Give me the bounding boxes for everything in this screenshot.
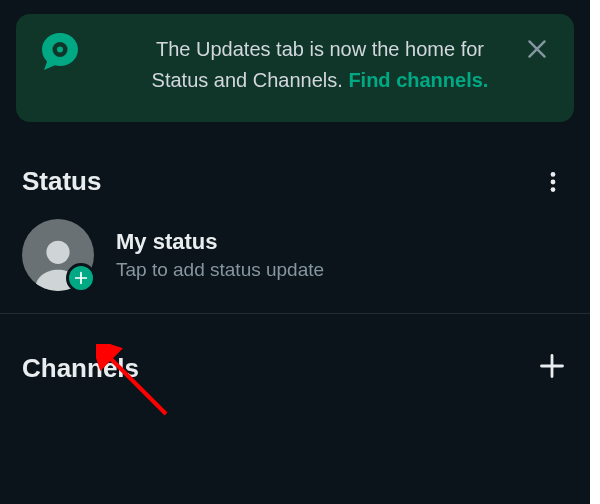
svg-point-5 bbox=[46, 241, 69, 264]
status-title: Status bbox=[22, 166, 101, 197]
svg-point-2 bbox=[551, 172, 556, 177]
channels-title: Channels bbox=[22, 353, 139, 384]
banner-message: The Updates tab is now the home for Stat… bbox=[106, 34, 552, 96]
status-section-header: Status bbox=[0, 166, 590, 197]
svg-point-4 bbox=[551, 187, 556, 192]
channels-section-header: Channels bbox=[0, 352, 590, 405]
svg-point-3 bbox=[551, 179, 556, 184]
add-status-icon[interactable] bbox=[66, 263, 96, 293]
svg-point-1 bbox=[57, 47, 63, 53]
channels-icon bbox=[38, 30, 82, 78]
find-channels-link[interactable]: Find channels. bbox=[348, 69, 488, 91]
add-channel-button[interactable] bbox=[538, 352, 566, 385]
avatar bbox=[22, 219, 94, 291]
banner-text-line2-prefix: Status and Channels. bbox=[152, 69, 349, 91]
updates-info-banner: The Updates tab is now the home for Stat… bbox=[16, 14, 574, 122]
my-status-title: My status bbox=[116, 229, 566, 255]
more-options-icon[interactable] bbox=[540, 169, 566, 195]
updates-screen: The Updates tab is now the home for Stat… bbox=[0, 0, 590, 504]
my-status-texts: My status Tap to add status update bbox=[116, 229, 566, 281]
my-status-row[interactable]: My status Tap to add status update bbox=[0, 197, 590, 313]
close-icon[interactable] bbox=[524, 36, 552, 64]
divider bbox=[0, 313, 590, 314]
my-status-subtitle: Tap to add status update bbox=[116, 259, 566, 281]
banner-text-line1: The Updates tab is now the home for bbox=[156, 38, 484, 60]
